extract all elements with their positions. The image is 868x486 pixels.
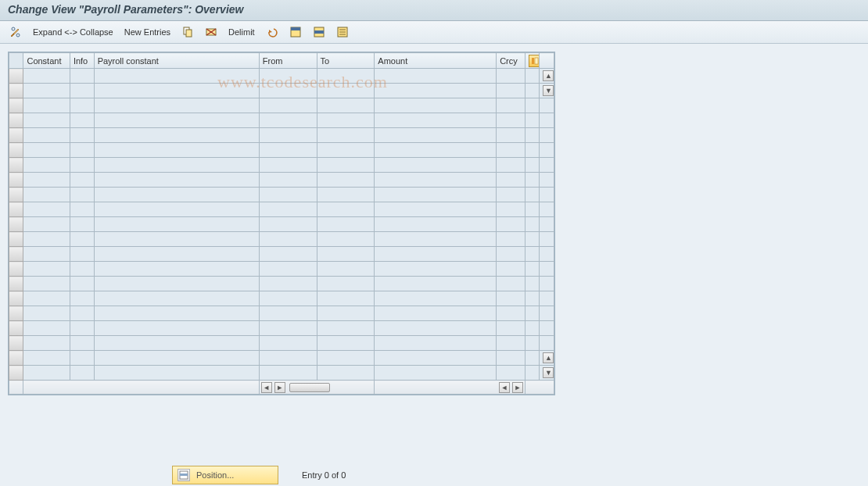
- cell[interactable]: [94, 143, 259, 158]
- cell[interactable]: [94, 366, 259, 381]
- cell[interactable]: [317, 366, 375, 381]
- row-selector[interactable]: [9, 158, 23, 173]
- cell[interactable]: [23, 158, 70, 173]
- cell[interactable]: [23, 173, 70, 188]
- cell[interactable]: [94, 69, 259, 84]
- cell[interactable]: [23, 291, 70, 306]
- cell[interactable]: [375, 232, 497, 247]
- cell[interactable]: [375, 321, 497, 336]
- cell[interactable]: [497, 188, 525, 202]
- cell[interactable]: [497, 143, 525, 158]
- col-constant[interactable]: Constant: [23, 53, 70, 69]
- cell[interactable]: [70, 277, 94, 291]
- cell[interactable]: [70, 336, 94, 351]
- cell[interactable]: [317, 128, 375, 143]
- cell[interactable]: [94, 128, 259, 143]
- hscroll-thumb[interactable]: [289, 383, 330, 392]
- cell[interactable]: [259, 291, 317, 306]
- cell[interactable]: [70, 262, 94, 277]
- table-row[interactable]: [9, 277, 554, 291]
- table-row[interactable]: [9, 158, 554, 173]
- row-selector[interactable]: [9, 69, 23, 84]
- scroll-left-button[interactable]: ◄: [261, 382, 272, 393]
- cell[interactable]: [70, 69, 94, 84]
- cell[interactable]: [70, 113, 94, 128]
- cell[interactable]: [94, 336, 259, 351]
- cell[interactable]: [70, 291, 94, 306]
- cell[interactable]: [497, 321, 525, 336]
- cell[interactable]: [317, 84, 375, 98]
- cell[interactable]: [23, 262, 70, 277]
- cell[interactable]: [70, 351, 94, 366]
- cell[interactable]: [23, 247, 70, 262]
- cell[interactable]: [70, 306, 94, 321]
- scroll-down-button[interactable]: ▼: [543, 367, 554, 378]
- cell[interactable]: [317, 232, 375, 247]
- cell[interactable]: [259, 158, 317, 173]
- configure-columns-icon[interactable]: [529, 55, 540, 67]
- cell[interactable]: [375, 366, 497, 381]
- select-all-button[interactable]: [286, 24, 305, 40]
- cell[interactable]: [497, 277, 525, 291]
- cell[interactable]: [70, 158, 94, 173]
- cell[interactable]: [23, 366, 70, 381]
- cell[interactable]: [259, 232, 317, 247]
- cell[interactable]: [23, 351, 70, 366]
- cell[interactable]: [375, 84, 497, 98]
- cell[interactable]: [94, 84, 259, 98]
- cell[interactable]: [317, 306, 375, 321]
- table-row[interactable]: ▲: [9, 351, 554, 366]
- row-selector[interactable]: [9, 321, 23, 336]
- cell[interactable]: [259, 128, 317, 143]
- cell[interactable]: [259, 143, 317, 158]
- cell[interactable]: [70, 366, 94, 381]
- table-row[interactable]: [9, 217, 554, 232]
- cell[interactable]: [259, 217, 317, 232]
- position-button[interactable]: Position...: [172, 466, 278, 484]
- table-row[interactable]: [9, 173, 554, 188]
- cell[interactable]: [94, 321, 259, 336]
- cell[interactable]: [317, 98, 375, 113]
- cell[interactable]: [23, 113, 70, 128]
- table-row[interactable]: [9, 202, 554, 217]
- table-row[interactable]: [9, 143, 554, 158]
- cell[interactable]: [375, 158, 497, 173]
- row-selector[interactable]: [9, 128, 23, 143]
- scroll-left2-button[interactable]: ◄: [499, 382, 510, 393]
- cell[interactable]: [497, 69, 525, 84]
- cell[interactable]: [497, 336, 525, 351]
- cell[interactable]: [497, 158, 525, 173]
- table-row[interactable]: ▼: [9, 84, 554, 98]
- cell[interactable]: [94, 232, 259, 247]
- cell[interactable]: [70, 247, 94, 262]
- cell[interactable]: [317, 143, 375, 158]
- cell[interactable]: [94, 291, 259, 306]
- cell[interactable]: [94, 247, 259, 262]
- cell[interactable]: [375, 113, 497, 128]
- cell[interactable]: [23, 277, 70, 291]
- col-to[interactable]: To: [317, 53, 375, 69]
- cell[interactable]: [317, 277, 375, 291]
- cell[interactable]: [317, 158, 375, 173]
- table-row[interactable]: [9, 262, 554, 277]
- cell[interactable]: [317, 262, 375, 277]
- cell[interactable]: [317, 113, 375, 128]
- cell[interactable]: [497, 217, 525, 232]
- cell[interactable]: [70, 217, 94, 232]
- cell[interactable]: [259, 366, 317, 381]
- cell[interactable]: [375, 262, 497, 277]
- delimit-button[interactable]: Delimit: [225, 26, 258, 38]
- table-row[interactable]: [9, 188, 554, 202]
- cell[interactable]: [497, 202, 525, 217]
- cell[interactable]: [317, 247, 375, 262]
- table-row[interactable]: [9, 291, 554, 306]
- row-selector[interactable]: [9, 98, 23, 113]
- cell[interactable]: [70, 173, 94, 188]
- cell[interactable]: [23, 143, 70, 158]
- cell[interactable]: [497, 291, 525, 306]
- scroll-up-button[interactable]: ▲: [543, 70, 554, 81]
- delete-button[interactable]: [202, 24, 221, 40]
- cell[interactable]: [94, 351, 259, 366]
- row-selector[interactable]: [9, 351, 23, 366]
- cell[interactable]: [259, 84, 317, 98]
